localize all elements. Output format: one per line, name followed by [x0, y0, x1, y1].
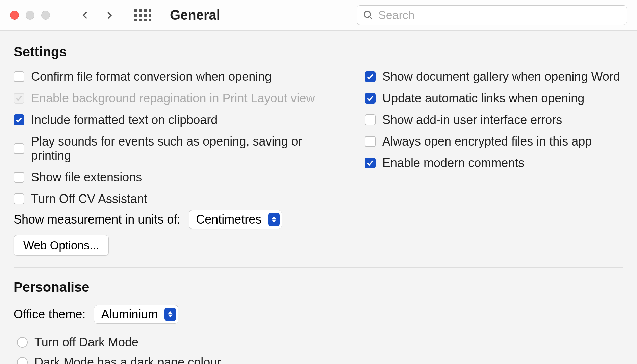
- setting-row: Show document gallery when opening Word: [365, 70, 623, 84]
- checkbox[interactable]: [365, 114, 376, 125]
- theme-value: Aluminium: [101, 307, 158, 321]
- svg-marker-5: [168, 315, 173, 317]
- window-controls: [10, 11, 50, 20]
- setting-row: Include formatted text on clipboard: [14, 113, 345, 127]
- setting-row: Enable background repagination in Print …: [14, 91, 345, 105]
- stepper-icon: [268, 213, 280, 226]
- setting-row: Show file extensions: [14, 170, 345, 184]
- checkbox[interactable]: [365, 158, 376, 168]
- setting-label: Always open encrypted files in this app: [382, 134, 592, 149]
- checkbox[interactable]: [365, 136, 376, 147]
- setting-label: Include formatted text on clipboard: [31, 113, 218, 127]
- checkbox[interactable]: [365, 93, 376, 104]
- setting-row: Play sounds for events such as opening, …: [14, 134, 345, 163]
- svg-marker-4: [168, 311, 173, 314]
- setting-row: Turn Off CV Assistant: [14, 192, 345, 206]
- divider: [14, 267, 623, 268]
- minimize-button[interactable]: [26, 11, 34, 20]
- svg-line-1: [370, 16, 372, 19]
- checkbox[interactable]: [14, 71, 24, 82]
- checkbox[interactable]: [14, 114, 24, 125]
- theme-select[interactable]: Aluminium: [94, 305, 178, 324]
- zoom-button[interactable]: [41, 11, 50, 20]
- setting-label: Show file extensions: [31, 170, 142, 184]
- search-field[interactable]: [357, 5, 627, 25]
- web-options-button[interactable]: Web Options...: [14, 235, 109, 256]
- theme-label: Office theme:: [14, 307, 85, 321]
- radio-row[interactable]: Dark Mode has a dark page colour: [14, 353, 623, 364]
- svg-marker-3: [272, 220, 276, 223]
- checkbox[interactable]: [365, 71, 376, 82]
- setting-row: Enable modern comments: [365, 156, 623, 170]
- setting-label: Update automatic links when opening: [382, 91, 584, 105]
- measurement-select[interactable]: Centimetres: [189, 210, 282, 229]
- radio-label: Dark Mode has a dark page colour: [34, 355, 221, 364]
- setting-row: Always open encrypted files in this app: [365, 134, 623, 149]
- setting-row: Confirm file format conversion when open…: [14, 70, 345, 84]
- checkbox[interactable]: [14, 143, 24, 154]
- radio-label: Turn off Dark Mode: [34, 335, 138, 349]
- setting-label: Enable background repagination in Print …: [31, 91, 315, 105]
- setting-row: Update automatic links when opening: [365, 91, 623, 105]
- measurement-label: Show measurement in units of:: [14, 212, 180, 227]
- svg-marker-2: [272, 216, 276, 219]
- setting-label: Enable modern comments: [382, 156, 524, 170]
- titlebar: General: [0, 0, 637, 30]
- radio[interactable]: [17, 337, 28, 348]
- setting-label: Turn Off CV Assistant: [31, 192, 147, 206]
- close-button[interactable]: [10, 11, 19, 20]
- back-button[interactable]: [77, 7, 94, 24]
- search-icon: [363, 10, 373, 20]
- search-input[interactable]: [378, 8, 620, 22]
- setting-row: Show add-in user interface errors: [365, 113, 623, 127]
- measurement-value: Centimetres: [196, 212, 261, 227]
- personalise-heading: Personalise: [14, 280, 623, 295]
- setting-label: Confirm file format conversion when open…: [31, 70, 272, 84]
- show-all-icon[interactable]: [134, 9, 151, 21]
- setting-label: Show add-in user interface errors: [382, 113, 562, 127]
- checkbox[interactable]: [14, 172, 24, 183]
- checkbox[interactable]: [14, 193, 24, 204]
- checkbox: [14, 93, 24, 104]
- setting-label: Show document gallery when opening Word: [382, 70, 620, 84]
- radio-row[interactable]: Turn off Dark Mode: [14, 333, 623, 352]
- forward-button[interactable]: [101, 7, 118, 24]
- setting-label: Play sounds for events such as opening, …: [31, 134, 345, 163]
- radio[interactable]: [17, 357, 28, 364]
- svg-point-0: [364, 11, 371, 17]
- stepper-icon: [164, 308, 176, 321]
- settings-heading: Settings: [14, 44, 623, 59]
- page-title: General: [170, 7, 220, 23]
